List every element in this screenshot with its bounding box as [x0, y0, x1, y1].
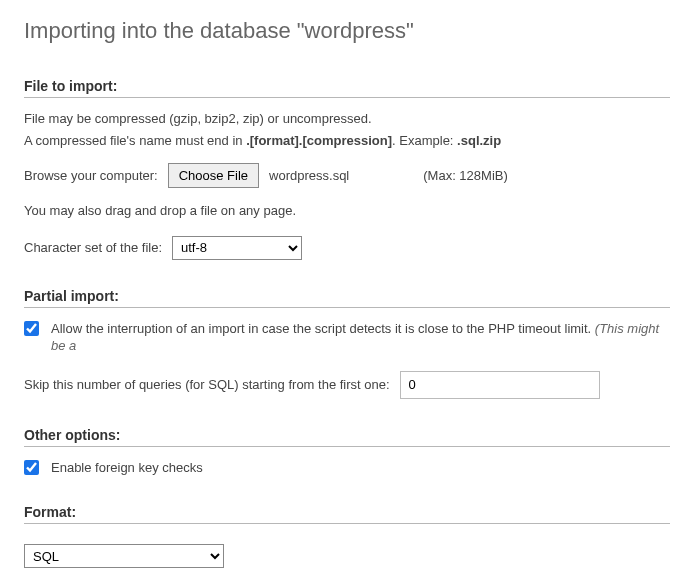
file-to-import-legend: File to import: — [24, 78, 670, 98]
charset-select[interactable]: utf-8 — [172, 236, 302, 260]
skip-queries-row: Skip this number of queries (for SQL) st… — [24, 371, 670, 399]
hint2-prefix: A compressed file's name must end in — [24, 133, 246, 148]
foreign-key-label[interactable]: Enable foreign key checks — [51, 459, 203, 477]
page-title: Importing into the database "wordpress" — [24, 18, 670, 44]
choose-file-button[interactable]: Choose File — [168, 163, 259, 188]
dragdrop-hint: You may also drag and drop a file on any… — [24, 202, 670, 220]
browse-row: Browse your computer: Choose File wordpr… — [24, 163, 670, 188]
other-options-legend: Other options: — [24, 427, 670, 447]
charset-label: Character set of the file: — [24, 240, 162, 255]
charset-row: Character set of the file: utf-8 — [24, 236, 670, 260]
hint2-example-label: . Example: — [392, 133, 457, 148]
allow-interrupt-checkbox[interactable] — [24, 321, 39, 336]
partial-import-section: Partial import: Allow the interruption o… — [24, 288, 670, 399]
selected-filename: wordpress.sql — [269, 168, 349, 183]
file-to-import-section: File to import: File may be compressed (… — [24, 78, 670, 260]
partial-import-legend: Partial import: — [24, 288, 670, 308]
compression-hint-line1: File may be compressed (gzip, bzip2, zip… — [24, 110, 670, 128]
allow-interrupt-row: Allow the interruption of an import in c… — [24, 320, 670, 355]
format-section: Format: SQL — [24, 504, 670, 568]
format-select[interactable]: SQL — [24, 544, 224, 568]
hint2-example: .sql.zip — [457, 133, 501, 148]
format-legend: Format: — [24, 504, 670, 524]
allow-interrupt-text: Allow the interruption of an import in c… — [51, 321, 595, 336]
hint2-format: .[format].[compression] — [246, 133, 392, 148]
allow-interrupt-label[interactable]: Allow the interruption of an import in c… — [51, 320, 670, 355]
foreign-key-row: Enable foreign key checks — [24, 459, 670, 477]
foreign-key-checkbox[interactable] — [24, 460, 39, 475]
browse-label: Browse your computer: — [24, 168, 158, 183]
other-options-section: Other options: Enable foreign key checks — [24, 427, 670, 477]
skip-queries-input[interactable] — [400, 371, 600, 399]
skip-queries-label: Skip this number of queries (for SQL) st… — [24, 377, 390, 392]
compression-hint-line2: A compressed file's name must end in .[f… — [24, 132, 670, 150]
compression-hint: File may be compressed (gzip, bzip2, zip… — [24, 110, 670, 149]
max-upload-size: (Max: 128MiB) — [423, 168, 508, 183]
